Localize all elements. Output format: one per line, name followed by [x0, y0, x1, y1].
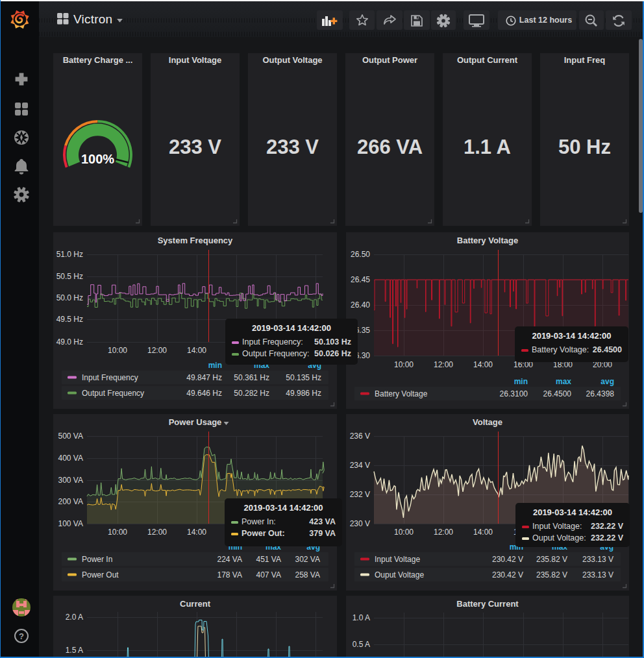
svg-text:51.0 Hz: 51.0 Hz: [56, 250, 83, 259]
svg-text:Battery Charge ...: Battery Charge ...: [63, 55, 133, 65]
svg-text:26.40: 26.40: [351, 300, 370, 310]
svg-text:266 VA: 266 VA: [357, 136, 423, 158]
svg-text:200 VA: 200 VA: [58, 497, 83, 506]
svg-text:233.13 V: 233.13 V: [582, 570, 613, 579]
svg-text:230 V: 230 V: [350, 519, 370, 528]
svg-text:2.0 A: 2.0 A: [66, 613, 83, 622]
svg-text:12:00: 12:00: [434, 528, 453, 537]
svg-text:1.5 A: 1.5 A: [66, 646, 83, 655]
svg-text:26.4500: 26.4500: [543, 389, 572, 398]
svg-text:302 VA: 302 VA: [295, 555, 320, 564]
svg-text:49.5 Hz: 49.5 Hz: [56, 315, 83, 324]
svg-text:10:00: 10:00: [108, 346, 127, 355]
svg-text:233.13 V: 233.13 V: [582, 555, 613, 564]
svg-text:234 V: 234 V: [350, 461, 370, 470]
svg-text:407 VA: 407 VA: [256, 570, 281, 579]
svg-text:?: ?: [19, 631, 24, 641]
svg-text:50.135 Hz: 50.135 Hz: [286, 373, 321, 382]
svg-text:100%: 100%: [81, 152, 114, 166]
svg-text:258 VA: 258 VA: [295, 570, 320, 579]
svg-text:System Frequency: System Frequency: [158, 236, 233, 245]
svg-text:49.986 Hz: 49.986 Hz: [286, 389, 321, 398]
svg-text:49.646 Hz: 49.646 Hz: [186, 389, 222, 398]
svg-text:Current: Current: [180, 599, 211, 609]
svg-text:1.1 A: 1.1 A: [464, 136, 511, 158]
svg-text:14:00: 14:00: [473, 360, 493, 369]
svg-text:50.361 Hz: 50.361 Hz: [234, 373, 269, 382]
svg-text:Power In: Power In: [82, 555, 112, 564]
svg-text:26.4398: 26.4398: [586, 389, 615, 398]
svg-text:Voltage: Voltage: [473, 417, 502, 427]
svg-text:26.50: 26.50: [351, 250, 370, 259]
svg-text:50.0 Hz: 50.0 Hz: [56, 293, 83, 302]
svg-text:Output Voltage: Output Voltage: [262, 55, 322, 65]
svg-text:26.45: 26.45: [351, 275, 370, 284]
svg-text:50.282 Hz: 50.282 Hz: [234, 389, 269, 398]
svg-text:100 VA: 100 VA: [58, 519, 83, 528]
svg-text:235.82 V: 235.82 V: [536, 570, 567, 579]
svg-text:0.5 A: 0.5 A: [353, 640, 370, 649]
svg-text:235.82 V: 235.82 V: [536, 555, 567, 564]
svg-text:Output Power: Output Power: [362, 55, 417, 65]
svg-text:233 V: 233 V: [266, 136, 319, 158]
svg-text:236 V: 236 V: [350, 432, 370, 441]
svg-text:451 VA: 451 VA: [256, 555, 281, 564]
svg-text:14:00: 14:00: [187, 528, 206, 537]
svg-text:233 V: 233 V: [169, 136, 221, 158]
svg-text:500 VA: 500 VA: [58, 432, 83, 441]
svg-text:Input Voltage: Input Voltage: [375, 555, 420, 564]
svg-text:Input Voltage: Input Voltage: [169, 55, 221, 65]
svg-text:min: min: [514, 377, 528, 386]
svg-text:Input Frequency: Input Frequency: [82, 373, 138, 382]
svg-text:min: min: [208, 361, 222, 370]
svg-text:Power Usage: Power Usage: [169, 417, 222, 427]
svg-text:49.847 Hz: 49.847 Hz: [186, 373, 222, 382]
svg-text:Battery Voltage: Battery Voltage: [375, 389, 428, 398]
svg-text:300 VA: 300 VA: [58, 476, 83, 485]
svg-text:10:00: 10:00: [394, 360, 414, 369]
svg-text:14:00: 14:00: [187, 346, 206, 355]
svg-text:max: max: [556, 377, 571, 386]
svg-text:230.42 V: 230.42 V: [492, 555, 523, 564]
svg-text:26.3100: 26.3100: [500, 389, 528, 398]
svg-text:12:00: 12:00: [147, 528, 167, 537]
svg-text:10:00: 10:00: [394, 528, 414, 537]
svg-text:Battery Current: Battery Current: [456, 599, 519, 609]
svg-text:12:00: 12:00: [147, 346, 167, 355]
svg-text:Power Out: Power Out: [82, 570, 119, 579]
svg-text:12:00: 12:00: [434, 360, 453, 369]
svg-text:50.5 Hz: 50.5 Hz: [56, 272, 83, 281]
svg-text:232 V: 232 V: [350, 490, 370, 499]
svg-text:400 VA: 400 VA: [58, 454, 83, 463]
svg-text:10:00: 10:00: [108, 528, 127, 537]
svg-text:178 VA: 178 VA: [217, 570, 242, 579]
svg-text:Battery Voltage: Battery Voltage: [457, 236, 518, 245]
svg-text:avg: avg: [601, 377, 614, 386]
svg-text:Input Freq: Input Freq: [564, 55, 606, 65]
svg-text:230.42 V: 230.42 V: [492, 570, 523, 579]
svg-text:224 VA: 224 VA: [217, 555, 242, 564]
svg-text:1.0 A: 1.0 A: [353, 613, 370, 622]
svg-text:14:00: 14:00: [473, 528, 493, 537]
svg-text:49.0 Hz: 49.0 Hz: [56, 337, 83, 347]
svg-text:Output Frequency: Output Frequency: [82, 389, 144, 398]
svg-text:50 Hz: 50 Hz: [558, 136, 611, 158]
svg-text:Output Current: Output Current: [457, 55, 518, 65]
svg-text:Ouput Voltage: Ouput Voltage: [375, 570, 424, 579]
